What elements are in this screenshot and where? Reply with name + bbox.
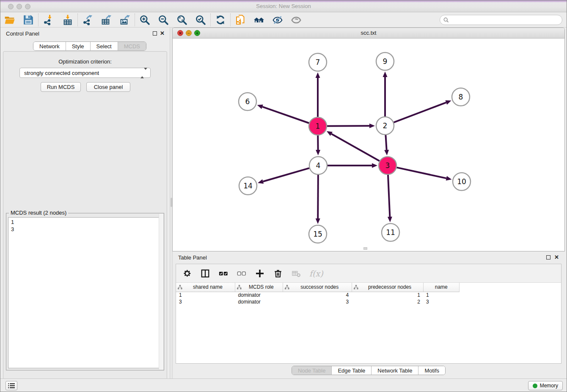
graph-edge-1-2[interactable]: [327, 126, 369, 126]
import-network-icon[interactable]: [42, 14, 54, 26]
svg-text:15: 15: [313, 230, 322, 238]
select-all-checkboxes-icon[interactable]: [218, 268, 228, 279]
show-eye-icon[interactable]: [290, 14, 302, 26]
application-window: Session: New Session: [0, 0, 567, 392]
table-cell[interactable]: 1: [176, 292, 235, 298]
search-field[interactable]: [440, 15, 562, 25]
search-icon: [443, 17, 449, 23]
refresh-icon[interactable]: [215, 14, 226, 26]
column-header-successor-nodes[interactable]: successor nodes: [283, 283, 352, 292]
mcds-result-lines[interactable]: 13: [8, 217, 162, 368]
column-header-name[interactable]: name: [423, 283, 460, 292]
table-cell[interactable]: 4: [283, 292, 352, 298]
export-table-icon[interactable]: [100, 14, 112, 26]
clone-network-icon[interactable]: [234, 14, 246, 26]
zoom-out-icon[interactable]: [157, 14, 169, 26]
edge-arrowhead: [388, 217, 392, 222]
network-window-titlebar[interactable]: ✕ − + scc.txt: [173, 28, 564, 39]
control-panel: Control Panel ✕ Network Style Select MCD…: [0, 28, 170, 378]
graph-node-8[interactable]: 8: [452, 88, 470, 106]
graph-node-6[interactable]: 6: [239, 93, 256, 110]
table-cell[interactable]: dominator: [235, 292, 283, 298]
svg-text:4: 4: [316, 161, 321, 170]
run-mcds-button[interactable]: Run MCDS: [41, 82, 81, 92]
close-panel-button[interactable]: Close panel: [86, 82, 130, 92]
close-panel-icon[interactable]: ✕: [160, 30, 165, 36]
graph-node-9[interactable]: 9: [376, 52, 394, 70]
app-title: Session: New Session: [0, 3, 567, 9]
graph-node-14[interactable]: 14: [239, 177, 257, 195]
node-table-container: f(x) shared name MCDS role successor nod…: [176, 264, 561, 364]
dropdown-value: strongly connected component: [24, 70, 99, 76]
open-session-icon[interactable]: [4, 14, 16, 26]
graph-node-3[interactable]: 3: [379, 157, 396, 174]
table-cell[interactable]: 2: [352, 298, 423, 305]
graph-edge-4-14[interactable]: [263, 168, 309, 182]
network-canvas[interactable]: 1234678910111415: [173, 39, 564, 251]
svg-text:2: 2: [383, 121, 388, 130]
canvas-scroll-handle[interactable]: [363, 247, 367, 250]
table-cell[interactable]: 1: [423, 292, 460, 298]
float-panel-icon[interactable]: [153, 31, 157, 36]
graph-node-10[interactable]: 10: [453, 173, 471, 190]
zoom-in-icon[interactable]: [139, 14, 151, 26]
app-titlebar: Session: New Session: [0, 0, 567, 12]
add-column-icon[interactable]: [255, 268, 265, 279]
tab-select[interactable]: Select: [91, 42, 118, 50]
memory-button[interactable]: Memory: [528, 381, 563, 390]
close-table-panel-icon[interactable]: ✕: [554, 254, 559, 260]
tab-mcds[interactable]: MCDS: [118, 42, 146, 50]
zoom-fit-icon[interactable]: [176, 14, 188, 26]
tab-network-table[interactable]: Network Table: [372, 366, 418, 375]
tab-motifs[interactable]: Motifs: [418, 366, 445, 375]
graph-node-1[interactable]: 1: [309, 117, 327, 135]
column-chooser-icon[interactable]: [200, 268, 210, 279]
graph-node-7[interactable]: 7: [309, 53, 327, 71]
table-cell[interactable]: 3: [176, 298, 235, 305]
graph-edge-1-6[interactable]: [262, 107, 309, 123]
task-history-button[interactable]: [6, 381, 17, 390]
column-header-predecessor-nodes[interactable]: predecessor nodes: [352, 283, 423, 292]
column-header-mcds-role[interactable]: MCDS role: [235, 283, 283, 292]
import-table-icon[interactable]: [62, 14, 74, 26]
tab-edge-table[interactable]: Edge Table: [332, 366, 372, 375]
graph-edge-3-10[interactable]: [396, 168, 446, 178]
graph-edge-3-1[interactable]: [331, 134, 380, 161]
table-cell[interactable]: 3: [423, 298, 460, 305]
table-cell[interactable]: 3: [283, 298, 352, 305]
hide-eye-icon[interactable]: [272, 14, 284, 26]
export-network-icon[interactable]: [82, 14, 94, 26]
graph-node-2[interactable]: 2: [376, 117, 394, 135]
zoom-selected-icon[interactable]: [195, 14, 206, 26]
table-cell[interactable]: 1: [352, 292, 423, 298]
mcds-result-title: MCDS result (2 nodes): [9, 210, 68, 216]
table-row[interactable]: 1dominator411: [176, 292, 460, 298]
graph-edge-4-15[interactable]: [318, 175, 318, 218]
table-row[interactable]: 3dominator323: [176, 298, 460, 305]
home-icon[interactable]: [253, 14, 265, 26]
deselect-all-checkboxes-icon[interactable]: [237, 268, 247, 279]
graph-node-11[interactable]: 11: [382, 224, 399, 241]
graph-edge-2-3[interactable]: [385, 135, 386, 150]
export-image-icon[interactable]: [119, 14, 131, 26]
graph-edge-3-11[interactable]: [388, 175, 390, 217]
hierarchy-icon: [237, 285, 242, 290]
graph-node-4[interactable]: 4: [309, 157, 327, 174]
table-cell[interactable]: dominator: [235, 298, 283, 305]
graph-edge-2-8[interactable]: [394, 102, 446, 122]
save-session-icon[interactable]: [22, 14, 34, 26]
delete-column-trash-icon[interactable]: [273, 268, 283, 279]
result-scrollbar[interactable]: [159, 214, 163, 370]
column-header-shared-name[interactable]: shared name: [176, 283, 235, 292]
network-view-window: ✕ − + scc.txt 1234678910111415: [172, 28, 565, 251]
optimization-criterion-select[interactable]: strongly connected component: [19, 68, 151, 78]
tab-style[interactable]: Style: [66, 42, 91, 50]
tab-node-table[interactable]: Node Table: [292, 366, 332, 375]
table-settings-gear-icon[interactable]: [182, 268, 192, 279]
float-table-panel-icon[interactable]: [546, 255, 550, 259]
hierarchy-icon: [354, 285, 358, 290]
network-graph: 1234678910111415: [173, 39, 564, 251]
tab-network[interactable]: Network: [33, 42, 66, 50]
graph-node-15[interactable]: 15: [309, 225, 327, 243]
search-input[interactable]: [451, 16, 562, 24]
